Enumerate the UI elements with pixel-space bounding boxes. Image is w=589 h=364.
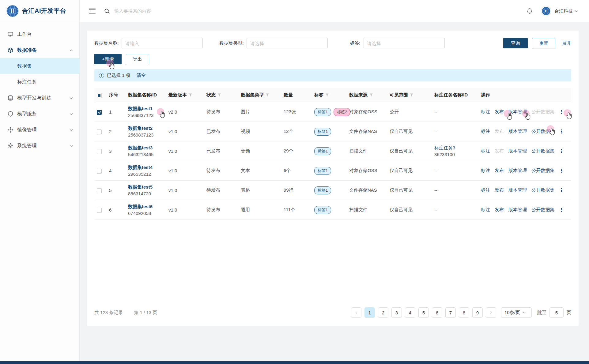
avatar[interactable]: H [541,6,551,16]
dataset-name-link[interactable]: 数据集test5 [128,184,164,190]
sidebar-item-system-mgmt[interactable]: 系统管理 [0,138,79,154]
prev-page-button[interactable]: ‹ [351,307,361,318]
more-actions-icon[interactable]: ⋮ [559,109,564,115]
page-button[interactable]: 6 [432,307,442,318]
filter-dataset-type: 数据集类型: [219,38,328,48]
page-size-select[interactable]: 10条/页 [501,307,532,318]
task-cell: -- [432,181,478,200]
row-checkbox[interactable] [97,169,102,174]
action-link[interactable]: 版本管理 [508,168,527,174]
row-index: 6 [107,200,126,220]
page-button[interactable]: 9 [472,307,483,318]
task-cell: -- [432,102,478,122]
user-menu[interactable]: 合汇科技 [554,8,578,14]
filter-icon[interactable] [410,93,413,97]
sidebar-item-workbench[interactable]: 工作台 [0,26,79,42]
actions-cell: 标注发布版本管理公开数据集⋮ [478,141,571,161]
action-link[interactable]: 公开数据集 [531,207,554,213]
reset-button[interactable]: 重置 [532,38,555,48]
action-link[interactable]: 标注 [481,148,490,154]
tag-select[interactable] [364,38,445,48]
next-page-button[interactable]: › [486,307,496,318]
jump-to-input[interactable] [549,307,564,318]
source-cell: 扫描文件 [347,141,387,161]
global-search[interactable]: 输入要搜索的内容 [104,8,243,14]
page-button[interactable]: 1 [364,307,375,318]
row-checkbox[interactable] [97,188,102,193]
action-link[interactable]: 公开数据集 [531,168,554,174]
filter-icon[interactable] [325,93,329,97]
action-link[interactable]: 公开数据集 [531,187,554,193]
page-button[interactable]: 4 [405,307,415,318]
page-button[interactable]: 8 [459,307,469,318]
action-link[interactable]: 公开数据集 [531,148,554,154]
visibility-cell: 仅自己可见 [387,181,432,200]
action-link[interactable]: 版本管理 [508,207,527,213]
clear-selection-link[interactable]: 清空 [137,73,146,78]
column-label: 操作 [481,92,490,97]
action-link[interactable]: 标注 [481,109,490,115]
dataset-name-input[interactable] [122,38,203,48]
filter-icon[interactable] [189,93,192,97]
sidebar-item-model-service[interactable]: 模型服务 [0,106,79,122]
action-link[interactable]: 发布 [495,109,504,115]
query-button[interactable]: 查询 [503,38,528,48]
sidebar-item-annotation-task[interactable]: 标注任务 [0,74,79,90]
monitor-icon [7,31,13,37]
shield-icon [7,111,13,117]
page-button[interactable]: 7 [445,307,456,318]
row-checkbox[interactable] [97,149,102,154]
row-checkbox[interactable] [97,208,102,213]
page-button[interactable]: 5 [418,307,429,318]
dataset-type-select[interactable] [247,38,328,48]
sidebar-item-data-prep[interactable]: 数据准备 [0,42,79,58]
table-row: 3数据集test35463213465v1.0已发布音频29个标签1扫描文件仅自… [94,141,571,161]
action-link[interactable]: 标注 [481,129,490,134]
column-header: 数据集名称/ID [126,88,166,102]
action-link[interactable]: 版本管理 [508,187,527,193]
filter-icon[interactable] [369,93,373,97]
action-link[interactable]: 发布 [495,187,504,193]
filter-icon[interactable] [266,93,269,97]
more-actions-icon[interactable]: ⋮ [559,168,564,174]
source-cell: 扫描文件 [347,200,387,220]
dataset-name-link[interactable]: 数据集test1 [128,106,164,112]
add-button[interactable]: +新增 [94,54,122,64]
more-actions-icon[interactable]: ⋮ [559,148,564,154]
sidebar-item-dataset[interactable]: 数据集 [0,58,79,74]
action-link[interactable]: 标注 [481,207,490,213]
row-checkbox[interactable] [97,129,102,134]
more-actions-icon[interactable]: ⋮ [559,129,564,134]
dataset-name-link[interactable]: 数据集test6 [128,204,164,210]
bell-icon[interactable] [526,8,533,14]
sidebar-item-model-dev[interactable]: 模型开发与训练 [0,90,79,106]
select-all-checkbox[interactable] [97,93,102,98]
action-link[interactable]: 公开数据集 [531,129,554,134]
filter-icon[interactable] [217,93,221,97]
dataset-name-label: 数据集名称: [94,40,119,46]
more-actions-icon[interactable]: ⋮ [559,207,564,213]
more-actions-icon[interactable]: ⋮ [559,187,564,193]
action-link[interactable]: 版本管理 [508,148,527,154]
action-link[interactable]: 标注 [481,168,490,174]
dataset-name-link[interactable]: 数据集test3 [128,145,164,151]
action-link[interactable]: 发布 [495,168,504,174]
export-button[interactable]: 导出 [126,54,149,64]
dataset-name-link[interactable]: 数据集test2 [128,126,164,131]
page-button[interactable]: 2 [378,307,388,318]
action-link[interactable]: 版本管理 [508,129,527,134]
dataset-name-link[interactable]: 数据集test4 [128,165,164,171]
row-checkbox[interactable] [97,110,102,115]
action-link[interactable]: 发布 [495,207,504,213]
task-name-link[interactable]: 标注任务3 [434,145,476,151]
expand-link[interactable]: 展开 [562,40,571,46]
task-id: 36233100 [434,152,476,157]
status-cell: 待发布 [204,200,238,220]
page-button[interactable]: 3 [391,307,402,318]
sidebar-item-image-mgmt[interactable]: 镜像管理 [0,122,79,138]
action-link[interactable]: 版本管理 [508,109,527,115]
selection-bar: ! 已选择 1 项 清空 [94,69,571,81]
menu-toggle-icon[interactable] [89,9,96,13]
search-input[interactable]: 输入要搜索的内容 [114,8,243,14]
action-link[interactable]: 标注 [481,187,490,193]
